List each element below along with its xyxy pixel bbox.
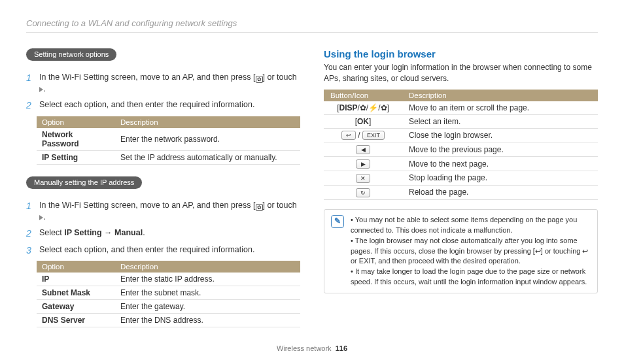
section-pill-network-options: Setting network options — [26, 48, 116, 61]
options-table-2: Option Description IPEnter the static IP… — [37, 261, 300, 327]
cell-val: Enter the gateway. — [115, 300, 300, 314]
table-row: ▶ Move to the next page. — [324, 157, 598, 171]
th-description: Description — [115, 261, 300, 273]
table-row: GatewayEnter the gateway. — [37, 300, 300, 314]
icon-cell: ↻ — [324, 185, 402, 199]
cell-val: Stop loading the page. — [402, 171, 598, 186]
note-item: The login browser may not close automati… — [351, 236, 591, 267]
table-row: ↩ / EXIT Close the login browser. — [324, 128, 598, 142]
icon-cell: [OK] — [324, 114, 402, 128]
step-3b: 3 Select each option, and then enter the… — [26, 244, 300, 257]
step-1b: 1 In the Wi-Fi Setting screen, move to a… — [26, 199, 300, 223]
step-2b: 2 Select IP Setting → Manual. — [26, 227, 300, 240]
cell-key: Subnet Mask — [37, 286, 115, 300]
left-column: Setting network options 1 In the Wi-Fi S… — [26, 48, 300, 339]
note-item: It may take longer to load the login pag… — [351, 267, 591, 288]
cell-key: IP — [37, 273, 115, 286]
back-icon: ↩ — [341, 131, 356, 140]
note-item: You may not be able to select some items… — [351, 215, 591, 236]
cell-val: Select an item. — [402, 114, 598, 128]
exit-icon: EXIT — [362, 131, 385, 140]
step-number: 3 — [26, 244, 34, 257]
cell-key: IP Setting — [37, 150, 115, 164]
left-arrow-icon: ◀ — [356, 145, 370, 154]
bold: Manual — [114, 228, 143, 237]
icon-cell: ✕ — [324, 171, 402, 186]
gear-icon: ✿ — [256, 204, 263, 211]
step-text: Select each option, and then enter the r… — [39, 244, 300, 257]
th-description: Description — [115, 116, 300, 128]
table-row: ↻ Reload the page. — [324, 185, 598, 199]
gear-icon: ✿ — [256, 76, 263, 83]
cell-val: Move to an item or scroll the page. — [402, 101, 598, 115]
step-1: 1 In the Wi-Fi Setting screen, move to a… — [26, 71, 300, 95]
icon-cell: ◀ — [324, 142, 402, 157]
right-column: Using the login browser You can enter yo… — [324, 48, 598, 339]
cell-val: Enter the static IP address. — [115, 273, 300, 286]
page-number: 116 — [336, 344, 347, 352]
step-2: 2 Select each option, and then enter the… — [26, 99, 300, 112]
step-number: 2 — [26, 99, 34, 112]
step-number: 2 — [26, 227, 34, 240]
text: . — [43, 212, 45, 222]
step-text: Select each option, and then enter the r… — [39, 99, 300, 112]
table-row: DNS ServerEnter the DNS address. — [37, 314, 300, 327]
cell-key: Network Password — [37, 128, 115, 151]
cell-val: Enter the DNS address. — [115, 314, 300, 327]
th-option: Option — [37, 116, 115, 128]
cell-val: Close the login browser. — [402, 128, 598, 142]
text: . — [43, 84, 45, 93]
right-arrow-icon: ▶ — [356, 159, 370, 169]
icon-cell: ▶ — [324, 157, 402, 171]
ok-icon: OK — [357, 117, 369, 126]
cell-key: DNS Server — [37, 314, 115, 327]
cell-val: Enter the network password. — [115, 128, 300, 151]
cell-val: Set the IP address automatically or manu… — [115, 150, 300, 164]
cell-key: Gateway — [37, 300, 115, 314]
cell-val: Enter the subnet mask. — [115, 286, 300, 300]
table-row: [DISP/✿/⚡/✿] Move to an item or scroll t… — [324, 101, 598, 115]
text: . — [143, 228, 145, 237]
page-header: Connecting to a WLAN and configuring net… — [26, 18, 598, 33]
text: Select — [39, 228, 64, 237]
table-row: ◀ Move to the previous page. — [324, 142, 598, 157]
text: or touch — [265, 201, 297, 210]
table-row: IP Setting Set the IP address automatica… — [37, 150, 300, 164]
table-row: ✕ Stop loading the page. — [324, 171, 598, 186]
text: → — [102, 228, 114, 237]
step-number: 1 — [26, 71, 34, 95]
section-pill-manual-ip: Manually setting the IP address — [26, 176, 142, 189]
text: In the Wi-Fi Setting screen, move to an … — [39, 201, 253, 210]
reload-icon: ↻ — [356, 188, 370, 197]
icon-cell: [DISP/✿/⚡/✿] — [324, 101, 402, 115]
step-text: In the Wi-Fi Setting screen, move to an … — [39, 199, 300, 223]
button-table: Button/Icon Description [DISP/✿/⚡/✿] Mov… — [324, 90, 598, 200]
cell-val: Reload the page. — [402, 185, 598, 199]
th-description: Description — [402, 90, 598, 101]
step-number: 1 — [26, 199, 34, 223]
step-text: Select IP Setting → Manual. — [39, 227, 300, 240]
table-row: Network Password Enter the network passw… — [37, 128, 300, 151]
note-list: You may not be able to select some items… — [351, 215, 591, 288]
options-table-1: Option Description Network Password Ente… — [37, 116, 300, 165]
columns: Setting network options 1 In the Wi-Fi S… — [26, 48, 598, 339]
heading-login-browser: Using the login browser — [324, 48, 598, 59]
intro-text: You can enter your login information in … — [324, 62, 598, 84]
th-option: Option — [37, 261, 115, 273]
note-box: ✎ You may not be able to select some ite… — [324, 209, 598, 294]
th-button: Button/Icon — [324, 90, 402, 101]
cell-val: Move to the next page. — [402, 157, 598, 171]
page-footer: Wireless network 116 — [0, 344, 624, 352]
text: or touch — [265, 73, 297, 82]
disp-icon: DISP — [339, 103, 357, 112]
footer-section: Wireless network — [277, 344, 332, 352]
table-row: IPEnter the static IP address. — [37, 273, 300, 286]
stop-icon: ✕ — [356, 174, 370, 183]
bold: IP Setting — [64, 228, 101, 237]
table-row: [OK] Select an item. — [324, 114, 598, 128]
step-text: In the Wi-Fi Setting screen, move to an … — [39, 71, 300, 95]
text: In the Wi-Fi Setting screen, move to an … — [39, 73, 253, 82]
table-row: Subnet MaskEnter the subnet mask. — [37, 286, 300, 300]
icon-cell: ↩ / EXIT — [324, 128, 402, 142]
note-icon: ✎ — [331, 215, 344, 228]
